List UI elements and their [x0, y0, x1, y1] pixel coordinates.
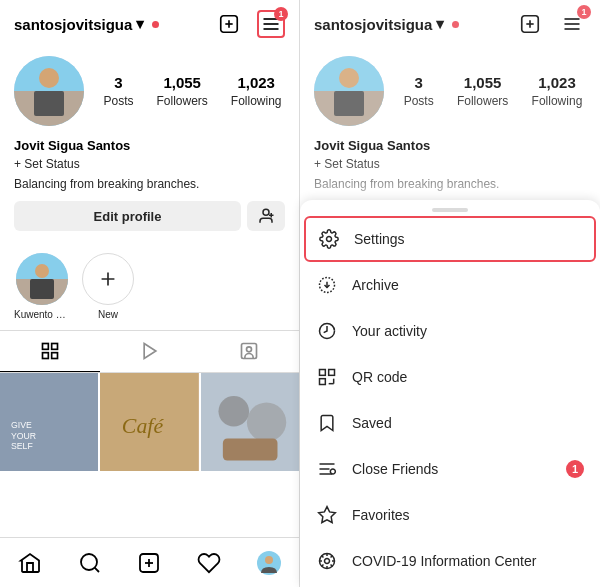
activity-dot — [152, 21, 159, 28]
svg-rect-35 — [223, 439, 278, 461]
activity-label: Your activity — [352, 323, 427, 339]
add-person-button[interactable] — [247, 201, 285, 231]
profile-name: Jovit Sigua Santos — [14, 138, 285, 153]
posts-count: 3 — [103, 74, 133, 91]
saved-icon — [316, 412, 338, 434]
archive-icon — [316, 274, 338, 296]
photo-cell-1[interactable]: Café — [100, 373, 198, 471]
left-header-icons: 1 — [215, 10, 285, 38]
svg-rect-50 — [314, 91, 384, 126]
edit-profile-button[interactable]: Edit profile — [14, 201, 241, 231]
bio-text: Balancing from breaking branches. — [14, 177, 285, 191]
right-following-label: Following — [532, 94, 583, 108]
right-header: santosjovitsigua ▾ — [300, 0, 600, 48]
tab-reels[interactable] — [100, 331, 200, 372]
nav-search[interactable] — [60, 538, 120, 587]
content-tabs — [0, 330, 299, 373]
nav-add[interactable] — [120, 538, 180, 587]
right-username: santosjovitsigua — [314, 16, 432, 33]
add-post-button[interactable] — [215, 10, 243, 38]
settings-label: Settings — [354, 231, 405, 247]
photo-cell-0[interactable]: GIVE YOUR SELF — [0, 373, 98, 471]
set-status-button[interactable]: + Set Status — [14, 157, 285, 171]
photo-grid: GIVE YOUR SELF Café — [0, 373, 299, 537]
svg-point-33 — [218, 396, 249, 427]
svg-line-78 — [331, 565, 333, 567]
right-avatar — [314, 56, 384, 126]
menu-item-saved[interactable]: Saved — [300, 400, 600, 446]
covid-label: COVID-19 Information Center — [352, 553, 536, 569]
story-item-0[interactable]: Kuwento Litrato — [14, 253, 70, 320]
drawer-handle-bar — [432, 208, 468, 212]
right-add-button — [516, 10, 544, 38]
svg-text:SELF: SELF — [11, 441, 33, 451]
menu-item-favorites[interactable]: Favorites — [300, 492, 600, 538]
nav-home[interactable] — [0, 538, 60, 587]
menu-button[interactable]: 1 — [257, 10, 285, 38]
posts-stat[interactable]: 3 Posts — [103, 74, 133, 109]
tab-grid[interactable] — [0, 331, 100, 372]
story-circle-new[interactable] — [82, 253, 134, 305]
saved-label: Saved — [352, 415, 392, 431]
svg-text:GIVE: GIVE — [11, 420, 32, 430]
svg-rect-20 — [51, 344, 57, 350]
svg-point-42 — [265, 556, 273, 564]
svg-rect-49 — [314, 56, 384, 126]
svg-point-34 — [247, 403, 286, 442]
right-profile-section: 3 Posts 1,055 Followers 1,023 Following … — [300, 48, 600, 200]
svg-rect-59 — [320, 379, 326, 385]
left-panel: santosjovitsigua ▾ 1 — [0, 0, 300, 587]
close-friends-badge: 1 — [566, 460, 584, 478]
following-count: 1,023 — [231, 74, 282, 91]
left-username-section[interactable]: santosjovitsigua ▾ — [14, 15, 159, 33]
nav-heart[interactable] — [179, 538, 239, 587]
story-label-new: New — [98, 309, 118, 320]
nav-profile[interactable] — [239, 538, 299, 587]
posts-label: Posts — [103, 94, 133, 108]
right-following-stat: 1,023 Following — [532, 74, 583, 109]
menu-item-archive[interactable]: Archive — [300, 262, 600, 308]
right-chevron-icon: ▾ — [436, 15, 444, 33]
menu-item-qr[interactable]: QR code — [300, 354, 600, 400]
profile-top: 3 Posts 1,055 Followers 1,023 Following — [14, 56, 285, 126]
menu-item-settings[interactable]: Settings — [304, 216, 596, 262]
following-label: Following — [231, 94, 282, 108]
right-bio: Balancing from breaking branches. — [314, 177, 586, 191]
right-posts-label: Posts — [404, 94, 434, 108]
menu-drawer: Settings Archive Your activity — [300, 200, 600, 587]
photo-cell-2[interactable] — [201, 373, 299, 471]
followers-label: Followers — [156, 94, 207, 108]
left-header: santosjovitsigua ▾ 1 — [0, 0, 299, 48]
favorites-label: Favorites — [352, 507, 410, 523]
tab-tagged[interactable] — [199, 331, 299, 372]
right-followers-stat: 1,055 Followers — [457, 74, 508, 109]
stories-row: Kuwento Litrato New — [0, 243, 299, 330]
right-set-status: + Set Status — [314, 157, 586, 171]
drawer-handle — [300, 200, 600, 216]
svg-text:YOUR: YOUR — [11, 431, 36, 441]
left-username: santosjovitsigua — [14, 16, 132, 33]
svg-line-79 — [322, 565, 324, 567]
right-following-count: 1,023 — [532, 74, 583, 91]
profile-actions: Edit profile — [14, 201, 285, 231]
following-stat[interactable]: 1,023 Following — [231, 74, 282, 109]
followers-stat[interactable]: 1,055 Followers — [156, 74, 207, 109]
story-circle-0[interactable] — [16, 253, 68, 305]
svg-point-72 — [325, 559, 330, 564]
svg-point-69 — [330, 469, 335, 474]
story-item-new[interactable]: New — [82, 253, 134, 320]
svg-rect-19 — [42, 344, 48, 350]
svg-rect-52 — [334, 91, 364, 116]
menu-item-covid[interactable]: COVID-19 Information Center — [300, 538, 600, 584]
svg-rect-57 — [320, 370, 326, 376]
right-activity-dot — [452, 21, 459, 28]
settings-icon — [318, 228, 340, 250]
svg-rect-21 — [42, 353, 48, 359]
menu-item-close-friends[interactable]: Close Friends 1 — [300, 446, 600, 492]
close-friends-icon — [316, 458, 338, 480]
profile-stats: 3 Posts 1,055 Followers 1,023 Following — [100, 74, 285, 109]
svg-point-8 — [39, 68, 59, 88]
right-profile-name: Jovit Sigua Santos — [314, 138, 586, 153]
svg-rect-43 — [522, 16, 539, 33]
menu-item-activity[interactable]: Your activity — [300, 308, 600, 354]
